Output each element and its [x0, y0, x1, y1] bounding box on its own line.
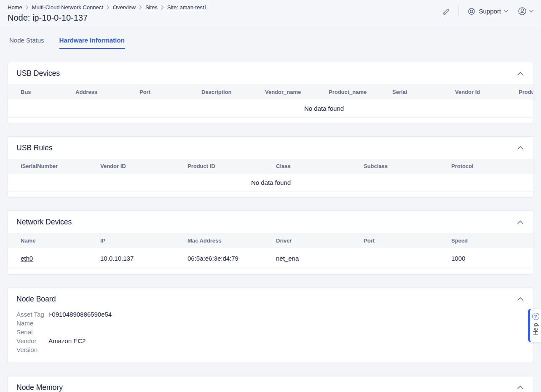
field-value: i-09104890886590e54 — [48, 310, 525, 319]
header-divider — [458, 6, 459, 17]
card-usb-devices: USB Devices BusAddressPortDescriptionVen… — [8, 62, 533, 123]
field-value — [48, 345, 525, 354]
tab-node-status[interactable]: Node Status — [9, 36, 44, 49]
network-devices-table: NameIPMac AddressDriverPortSpeedeth010.0… — [8, 233, 533, 269]
field-label: Vendor — [16, 336, 48, 345]
column-header: Product ID — [187, 159, 276, 174]
collapse-chevron-up-icon[interactable] — [516, 71, 525, 77]
account-menu[interactable] — [517, 6, 533, 16]
support-lifering-icon — [467, 7, 476, 16]
column-header: Vendor_name — [265, 84, 329, 99]
breadcrumb-chevron-icon — [107, 5, 110, 10]
column-header: Product Id — [519, 84, 533, 99]
question-circle-icon: ? — [532, 313, 539, 320]
page-title: Node: ip-10-0-10-137 — [8, 13, 207, 23]
card-network-devices: Network Devices NameIPMac AddressDriverP… — [8, 211, 533, 275]
field-label: Name — [16, 319, 48, 328]
no-data-message: No data found — [8, 99, 533, 117]
table-cell: 10.0.10.137 — [100, 248, 187, 269]
column-header: Vendor Id — [455, 84, 519, 99]
field-value — [48, 328, 525, 336]
field-value — [48, 319, 525, 328]
cell-link[interactable]: eth0 — [21, 255, 33, 262]
tab-hardware-information[interactable]: Hardware Information — [59, 36, 125, 49]
column-header: Mac Address — [187, 233, 276, 248]
breadcrumb-item: Multi-Cloud Network Connect — [32, 4, 103, 11]
table-row: eth010.0.10.13706:5a:e6:3e:d4:79net_ena1… — [8, 248, 533, 269]
table-cell: 06:5a:e6:3e:d4:79 — [187, 248, 276, 269]
table-cell: 1000 — [451, 248, 533, 269]
table-cell — [364, 248, 451, 269]
collapse-chevron-up-icon[interactable] — [516, 296, 525, 302]
column-header: Class — [276, 159, 364, 174]
column-header: Address — [75, 84, 139, 99]
breadcrumb-item: Overview — [113, 4, 136, 11]
breadcrumb-chevron-icon — [26, 5, 29, 10]
column-header: Subclass — [364, 159, 451, 174]
usb-devices-table: BusAddressPortDescriptionVendor_nameProd… — [8, 84, 533, 118]
breadcrumb-item[interactable]: Home — [8, 4, 22, 11]
column-header: Driver — [276, 233, 364, 248]
node-board-fields: Asset Tagi-09104890886590e54NameSerialVe… — [8, 310, 533, 363]
breadcrumb-chevron-icon — [161, 5, 164, 10]
collapse-chevron-up-icon[interactable] — [516, 219, 525, 225]
avatar-icon — [517, 6, 527, 16]
collapse-chevron-up-icon[interactable] — [516, 145, 525, 151]
breadcrumb: HomeMulti-Cloud Network ConnectOverviewS… — [8, 3, 207, 11]
main-content: USB Devices BusAddressPortDescriptionVen… — [0, 62, 541, 392]
breadcrumb-item[interactable]: Site: aman-test1 — [167, 4, 207, 11]
field-value: Amazon EC2 — [48, 336, 525, 345]
no-data-message: No data found — [8, 174, 533, 192]
field-label: Version — [16, 345, 48, 354]
chevron-down-icon — [529, 10, 533, 13]
field-row: Serial — [16, 328, 525, 336]
card-node-board: Node Board Asset Tagi-09104890886590e54N… — [8, 288, 533, 363]
field-row: Asset Tagi-09104890886590e54 — [16, 310, 525, 319]
column-header: Description — [201, 84, 265, 99]
card-title-node-memory: Node Memory — [16, 383, 63, 392]
tab-bar: Node StatusHardware Information — [0, 36, 541, 49]
breadcrumb-chevron-icon — [139, 5, 142, 10]
column-header: Serial — [392, 84, 455, 99]
column-header: Bus — [8, 84, 75, 99]
collapse-chevron-up-icon[interactable] — [516, 384, 525, 390]
field-row: VendorAmazon EC2 — [16, 336, 525, 345]
usb-rules-table: iSerialNumberVendor IDProduct IDClassSub… — [8, 159, 533, 192]
card-title-usb-rules: USB Rules — [16, 144, 53, 152]
column-header: Speed — [451, 233, 533, 248]
support-label: Support — [479, 8, 501, 15]
field-row: Name — [16, 319, 525, 328]
edit-pen-icon[interactable] — [441, 7, 450, 16]
column-header: Protocol — [451, 159, 533, 174]
column-header: Vendor ID — [100, 159, 187, 174]
field-label: Asset Tag — [16, 310, 48, 319]
field-label: Serial — [16, 328, 48, 336]
card-usb-rules: USB Rules iSerialNumberVendor IDProduct … — [8, 136, 533, 198]
column-header: IP — [100, 233, 187, 248]
column-header: Port — [364, 233, 451, 248]
card-title-network-devices: Network Devices — [16, 218, 72, 227]
card-title-node-board: Node Board — [16, 295, 56, 304]
column-header: Port — [139, 84, 201, 99]
support-menu[interactable]: Support — [467, 7, 508, 16]
breadcrumb-item[interactable]: Sites — [145, 4, 158, 11]
chevron-down-icon — [504, 10, 508, 13]
table-cell: net_ena — [276, 248, 364, 269]
top-header: HomeMulti-Cloud Network ConnectOverviewS… — [0, 0, 541, 25]
help-button[interactable]: ? Help — [528, 309, 541, 342]
field-row: Version — [16, 345, 525, 354]
column-header: iSerialNumber — [8, 159, 100, 174]
card-node-memory: Node Memory — [8, 376, 533, 392]
card-title-usb-devices: USB Devices — [16, 69, 60, 78]
column-header: Product_name — [329, 84, 392, 99]
table-cell: eth0 — [8, 248, 100, 269]
column-header: Name — [8, 233, 100, 248]
help-label: Help — [532, 323, 539, 335]
